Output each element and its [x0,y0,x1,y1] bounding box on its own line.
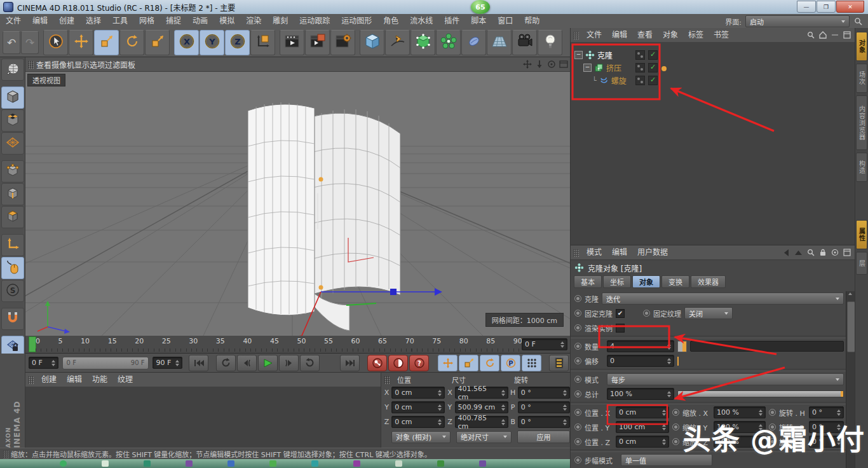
attribute-menu-item[interactable]: 用户数据 [632,245,673,259]
taskbar-icon[interactable] [353,460,360,467]
menubar-item[interactable]: 帮助 [519,14,545,28]
count-track[interactable] [690,341,844,352]
lock-icon[interactable] [818,248,827,258]
next-frame-button[interactable] [279,355,299,371]
size-y-field[interactable]: 500.99 cm [455,401,508,413]
key-rotation-toggle[interactable] [480,355,499,371]
keyframe-presets-button[interactable] [549,355,569,371]
menubar-item[interactable]: 流水线 [404,14,438,28]
windows-taskbar[interactable] [0,459,570,468]
anim-dot[interactable] [643,310,650,317]
fix-clone-checkbox[interactable]: ✔ [616,309,625,318]
tab-structure[interactable]: 构造 [856,153,867,182]
rotation-h-field[interactable]: 0 ° [518,387,570,399]
material-menu-item[interactable]: 创建 [36,373,62,387]
menubar-item[interactable]: 捕捉 [160,14,187,28]
model-mode-button[interactable] [1,86,24,109]
enable-snap-button[interactable]: S [1,280,24,302]
anim-dot[interactable] [574,438,581,445]
pos-z-field[interactable]: 0 cm [616,436,669,448]
redo-button[interactable]: ↷ [21,31,39,54]
polygons-mode-button[interactable] [1,206,24,228]
size-mode-dropdown[interactable]: 绝对尺寸 [456,431,512,443]
object-manager-menu-item[interactable]: 标签 [683,28,709,42]
count-mini-slider[interactable] [677,341,687,352]
anim-dot[interactable] [574,343,581,350]
taskbar-icon[interactable] [60,460,67,467]
rotate-view-icon[interactable] [546,59,557,69]
count-field[interactable]: 4 [607,340,674,352]
mograph-button[interactable] [436,30,461,55]
menubar-item[interactable]: 窗口 [492,14,519,28]
material-menu-item[interactable]: 编辑 [62,373,87,387]
coordinate-mode-dropdown[interactable]: 对象 (相对) [391,431,451,443]
home-icon[interactable] [818,31,827,40]
spline-pen-button[interactable] [385,30,410,55]
object-label[interactable]: 螺旋 [611,75,627,86]
attribute-menu-item[interactable]: 模式 [581,245,607,259]
anim-dot[interactable] [574,357,581,364]
menubar-item[interactable]: 模拟 [214,14,240,28]
live-selection-tool[interactable] [43,30,68,55]
tab-transform[interactable]: 变换 [661,275,689,288]
keying-options-button[interactable]: ? [409,355,429,371]
total-slider[interactable] [677,390,844,397]
pan-view-icon[interactable] [522,59,532,69]
menubar-item[interactable]: 动画 [187,14,214,28]
points-mode-button[interactable] [1,160,24,182]
viewport-menu-item[interactable]: 显示 [74,59,90,70]
move-tool[interactable] [69,30,93,55]
make-editable-button[interactable] [1,59,24,81]
rotation-b-field[interactable]: 0 ° [518,416,570,428]
size-x-field[interactable]: 401.565 cm [455,387,508,399]
menubar-item[interactable]: 编辑 [27,14,53,28]
anim-dot[interactable] [574,295,581,302]
tab-effectors[interactable]: 效果器 [691,275,726,288]
menubar-item[interactable]: 选择 [80,14,107,28]
undo-button[interactable]: ↶ [3,31,20,54]
history-back-icon[interactable] [782,248,791,258]
taskbar-icon[interactable] [395,460,402,467]
history-up-icon[interactable] [794,248,803,258]
loop-playback-button[interactable] [300,355,320,371]
object-manager-menu-item[interactable]: 文件 [581,28,607,42]
goto-start-button[interactable] [189,355,208,371]
object-tree[interactable]: − 克隆 ✓ − 挤压 ✓ └ 螺旋 ✓ [571,42,855,245]
interface-dropdown[interactable]: 启动 [745,15,850,27]
pos-x-field[interactable]: 0 cm [616,406,669,418]
viewport-menu-item[interactable]: 选项 [90,59,105,70]
anim-dot[interactable] [769,409,776,416]
anim-dot[interactable] [574,376,581,383]
snap-magnet-button[interactable] [1,308,24,330]
tweak-mode-button[interactable] [1,257,24,279]
total-field[interactable]: 100 % [607,388,674,400]
object-manager-menu-item[interactable]: 查看 [632,28,658,42]
workplane-mode-button[interactable] [1,132,24,155]
visibility-dots[interactable] [635,63,645,72]
key-parameter-toggle[interactable]: P [501,355,520,371]
menubar-item[interactable]: 插件 [438,14,465,28]
visibility-dots[interactable] [635,50,645,60]
goto-end-button[interactable] [340,355,360,371]
generators-button[interactable] [410,30,435,55]
deformer-button[interactable] [461,30,486,55]
attribute-menu-item[interactable]: 编辑 [607,245,632,259]
menubar-item[interactable]: 网格 [133,14,160,28]
viewport-menu-item[interactable]: 面板 [120,59,135,70]
tab-object[interactable]: 对象 [632,275,660,288]
object-label[interactable]: 挤压 [606,62,621,73]
viewport-menu-item[interactable]: 过滤 [105,59,120,70]
tab-layers[interactable]: 层 [856,252,867,275]
autokeying-button[interactable] [388,355,408,371]
search-icon[interactable] [806,31,815,40]
material-list-area[interactable] [25,387,381,448]
current-frame-field[interactable]: 0 F [522,338,567,350]
close-button[interactable]: ✕ [836,1,864,13]
position-y-field[interactable]: 0 cm [391,401,445,413]
anim-dot[interactable] [672,423,679,430]
scale-tool[interactable] [94,30,119,55]
taskbar-icon[interactable] [479,460,486,467]
camera-button[interactable] [512,30,537,55]
object-row-helix[interactable]: └ 螺旋 ✓ [592,74,627,86]
tab-basic[interactable]: 基本 [574,275,602,288]
